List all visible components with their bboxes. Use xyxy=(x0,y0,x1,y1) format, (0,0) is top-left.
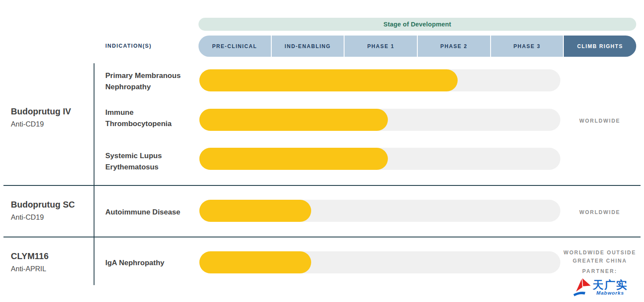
row-divider-1 xyxy=(3,185,641,186)
progress-bar-primary-membranous-nephropathy xyxy=(199,69,560,91)
indication-line: Erythematosus xyxy=(105,162,197,173)
rights-line: WORLDWIDE OUTSIDE xyxy=(563,249,637,257)
progress-bar-immune-thrombocytopenia xyxy=(199,109,560,131)
row-divider-2 xyxy=(3,237,641,237)
rights-line: GREATER CHINA xyxy=(563,257,637,265)
indication-line: Systemic Lupus xyxy=(105,150,197,162)
indication-line: Nephropathy xyxy=(105,81,197,93)
progress-bar-systemic-lupus-erythematosus xyxy=(199,148,560,170)
indication-line: Immune xyxy=(105,107,197,118)
column-ind-enabling: IND-ENABLING xyxy=(272,36,344,57)
partner-label: PARTNER: xyxy=(563,268,637,274)
stage-of-development-label: Stage of Development xyxy=(384,21,451,28)
logo-latin-text: Mabworks xyxy=(596,290,624,296)
progress-fill xyxy=(199,148,388,170)
program-target-budoprutug-sc: Anti-CD19 xyxy=(11,213,44,221)
stage-of-development-band: Stage of Development xyxy=(198,18,636,31)
progress-bar-autoimmune-disease xyxy=(199,200,560,222)
pipeline-chart: Stage of Development PRE-CLINICAL IND-EN… xyxy=(0,0,644,302)
logo-text: 天广实 Mabworks xyxy=(593,279,628,296)
sail-icon xyxy=(572,277,592,298)
program-target-budoprutug-iv: Anti-CD19 xyxy=(11,120,44,128)
indication-immune-thrombocytopenia: Immune Thrombocytopenia xyxy=(105,107,197,130)
progress-fill xyxy=(199,69,458,91)
column-pre-clinical: PRE-CLINICAL xyxy=(198,36,271,57)
progress-bar-iga-nephropathy xyxy=(199,251,560,273)
progress-fill xyxy=(199,109,388,131)
indication-line: IgA Nephropathy xyxy=(105,257,197,269)
indication-line: Thrombocytopenia xyxy=(105,118,197,130)
program-name-clym116: CLYM116 xyxy=(11,251,49,261)
indication-autoimmune-disease: Autoimmune Disease xyxy=(105,207,197,218)
indication-primary-membranous-nephropathy: Primary Membranous Nephropathy xyxy=(105,70,197,93)
indication-systemic-lupus-erythematosus: Systemic Lupus Erythematosus xyxy=(105,150,197,173)
vertical-divider xyxy=(94,63,94,285)
program-target-clym116: Anti-APRIL xyxy=(11,265,46,273)
column-climb-rights: CLIMB RIGHTS xyxy=(564,36,636,57)
rights-worldwide-outside-greater-china: WORLDWIDE OUTSIDE GREATER CHINA xyxy=(563,249,637,265)
progress-fill xyxy=(199,200,311,222)
logo-cjk-text: 天广实 xyxy=(593,279,628,290)
column-phase-3: PHASE 3 xyxy=(491,36,563,57)
progress-fill xyxy=(199,251,311,273)
indication-iga-nephropathy: IgA Nephropathy xyxy=(105,257,197,269)
indication-line: Autoimmune Disease xyxy=(105,207,197,218)
column-phase-2: PHASE 2 xyxy=(418,36,490,57)
column-phase-1: PHASE 1 xyxy=(345,36,417,57)
indications-column-label: INDICATION(S) xyxy=(105,43,152,49)
rights-worldwide-budoprutug-iv: WORLDWIDE xyxy=(563,117,637,125)
stage-column-headers: PRE-CLINICAL IND-ENABLING PHASE 1 PHASE … xyxy=(198,36,636,57)
indication-line: Primary Membranous xyxy=(105,70,197,81)
program-name-budoprutug-sc: Budoprutug SC xyxy=(11,200,75,210)
program-name-budoprutug-iv: Budoprutug IV xyxy=(11,107,71,117)
rights-worldwide-budoprutug-sc: WORLDWIDE xyxy=(563,208,637,217)
mabworks-partner-logo: 天广实 Mabworks xyxy=(563,276,637,299)
